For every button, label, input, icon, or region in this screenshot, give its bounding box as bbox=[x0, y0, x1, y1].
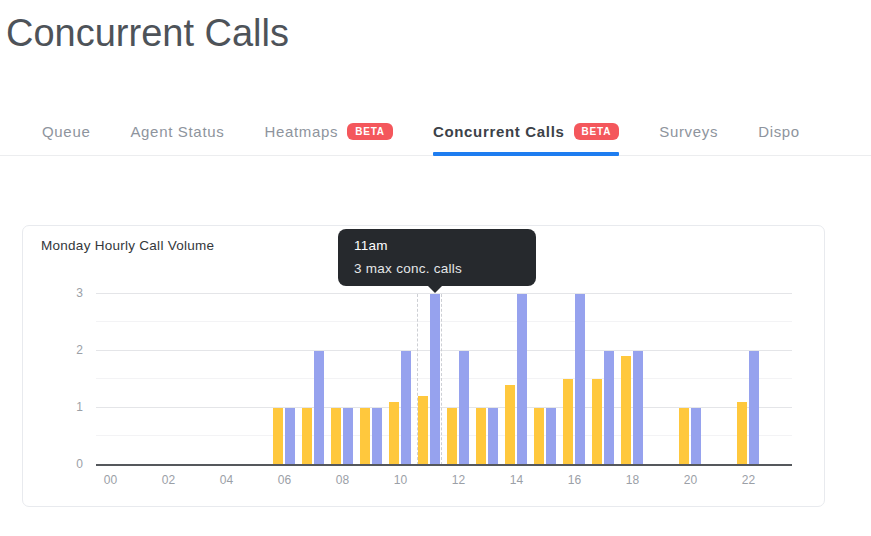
bar-blue-h20[interactable] bbox=[691, 408, 701, 465]
bar-yellow-h11[interactable] bbox=[418, 396, 428, 464]
bar-yellow-h22[interactable] bbox=[737, 402, 747, 465]
tab-concurrent-calls[interactable]: Concurrent CallsBETA bbox=[433, 109, 619, 155]
bar-blue-h17[interactable] bbox=[604, 351, 614, 465]
tab-label: Surveys bbox=[659, 123, 718, 140]
y-tick-label: 1 bbox=[57, 400, 83, 414]
x-tick-label: 06 bbox=[270, 473, 299, 487]
x-tick-label: 12 bbox=[444, 473, 473, 487]
bar-blue-h06[interactable] bbox=[285, 408, 295, 465]
tab-surveys[interactable]: Surveys bbox=[659, 109, 718, 155]
bar-blue-h13[interactable] bbox=[488, 408, 498, 465]
tab-label: Dispo bbox=[758, 123, 800, 140]
bar-yellow-h07[interactable] bbox=[302, 408, 312, 465]
x-tick-label: 18 bbox=[618, 473, 647, 487]
x-axis-line bbox=[96, 464, 792, 466]
bar-blue-h09[interactable] bbox=[372, 408, 382, 465]
grid-line bbox=[96, 321, 792, 322]
tab-dispo[interactable]: Dispo bbox=[758, 109, 800, 155]
x-tick-label: 04 bbox=[212, 473, 241, 487]
chart-title: Monday Hourly Call Volume bbox=[41, 238, 214, 253]
tab-agent-status[interactable]: Agent Status bbox=[130, 109, 224, 155]
bar-blue-h16[interactable] bbox=[575, 294, 585, 465]
bar-yellow-h16[interactable] bbox=[563, 379, 573, 465]
tooltip-value-label: 3 max conc. calls bbox=[354, 261, 520, 276]
x-tick-label: 14 bbox=[502, 473, 531, 487]
x-tick-label: 10 bbox=[386, 473, 415, 487]
bar-yellow-h15[interactable] bbox=[534, 408, 544, 465]
x-tick-label: 22 bbox=[734, 473, 763, 487]
grid-line bbox=[96, 350, 792, 351]
report-tab-bar: QueueAgent StatusHeatmapsBETAConcurrent … bbox=[0, 109, 871, 156]
bar-blue-h14[interactable] bbox=[517, 294, 527, 465]
bar-blue-h18[interactable] bbox=[633, 351, 643, 465]
bar-blue-h08[interactable] bbox=[343, 408, 353, 465]
hourly-call-volume-chart bbox=[96, 294, 792, 465]
bar-blue-h11[interactable] bbox=[430, 294, 440, 465]
bar-blue-h10[interactable] bbox=[401, 351, 411, 465]
tab-label: Agent Status bbox=[130, 123, 224, 140]
x-tick-label: 08 bbox=[328, 473, 357, 487]
beta-badge: BETA bbox=[574, 123, 620, 140]
y-tick-label: 2 bbox=[57, 343, 83, 357]
active-tab-indicator bbox=[433, 152, 619, 156]
tab-label: Heatmaps bbox=[264, 123, 338, 140]
y-tick-label: 3 bbox=[57, 286, 83, 300]
bar-blue-h15[interactable] bbox=[546, 408, 556, 465]
tab-label: Queue bbox=[42, 123, 90, 140]
tooltip-caret bbox=[427, 285, 443, 293]
bar-yellow-h20[interactable] bbox=[679, 408, 689, 465]
y-tick-label: 0 bbox=[57, 457, 83, 471]
tooltip-hour-label: 11am bbox=[354, 238, 520, 253]
bar-blue-h12[interactable] bbox=[459, 351, 469, 465]
x-tick-label: 00 bbox=[96, 473, 125, 487]
bar-yellow-h17[interactable] bbox=[592, 379, 602, 465]
bar-yellow-h09[interactable] bbox=[360, 408, 370, 465]
bar-yellow-h12[interactable] bbox=[447, 408, 457, 465]
bar-blue-h22[interactable] bbox=[749, 351, 759, 465]
beta-badge: BETA bbox=[347, 123, 393, 140]
page-title: Concurrent Calls bbox=[6, 12, 871, 55]
tab-queue[interactable]: Queue bbox=[42, 109, 90, 155]
x-tick-label: 16 bbox=[560, 473, 589, 487]
bar-yellow-h13[interactable] bbox=[476, 408, 486, 465]
chart-card: Monday Hourly Call Volume 11am 3 max con… bbox=[22, 225, 825, 507]
chart-tooltip: 11am 3 max conc. calls bbox=[338, 229, 536, 286]
tab-label: Concurrent Calls bbox=[433, 123, 565, 140]
bar-yellow-h08[interactable] bbox=[331, 408, 341, 465]
bar-yellow-h18[interactable] bbox=[621, 356, 631, 464]
x-tick-label: 02 bbox=[154, 473, 183, 487]
tab-heatmaps[interactable]: HeatmapsBETA bbox=[264, 109, 392, 155]
grid-line bbox=[96, 378, 792, 379]
bar-blue-h07[interactable] bbox=[314, 351, 324, 465]
bar-yellow-h10[interactable] bbox=[389, 402, 399, 465]
bar-yellow-h06[interactable] bbox=[273, 408, 283, 465]
bar-yellow-h14[interactable] bbox=[505, 385, 515, 465]
x-tick-label: 20 bbox=[676, 473, 705, 487]
grid-line bbox=[96, 293, 792, 294]
